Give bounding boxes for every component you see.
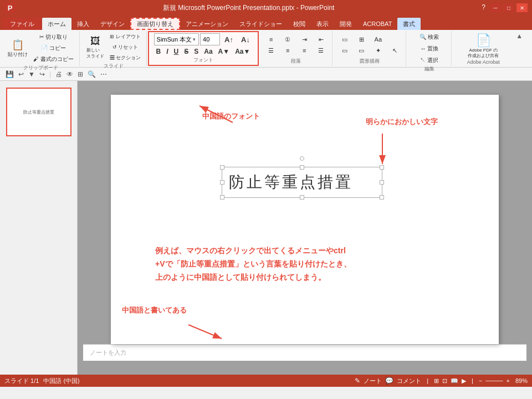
notes-status-icon[interactable]: ✎: [355, 377, 360, 385]
tab-transitions[interactable]: 画面切り替え: [130, 18, 180, 30]
quick-styles-button[interactable]: Aa: [370, 35, 386, 44]
view-button[interactable]: 👁: [65, 70, 74, 78]
tab-acrobat[interactable]: ACROBAT: [357, 18, 397, 30]
rotate-handle[interactable]: [300, 156, 304, 161]
italic-button[interactable]: I: [164, 47, 170, 57]
replace-button[interactable]: ↔ 置換: [417, 44, 441, 54]
font-name-row: SimSun 本文 ▼ 40 A↑ A↓: [154, 33, 254, 45]
zoom-slider[interactable]: ────: [485, 377, 503, 384]
tab-design[interactable]: デザイン: [95, 18, 130, 30]
notes-area[interactable]: ノートを入力: [83, 344, 526, 361]
new-slide-button[interactable]: 🖼 新しいスライド: [84, 34, 106, 60]
language-status[interactable]: 中国語 (中国): [43, 377, 79, 385]
decrease-font-button[interactable]: A↓: [238, 34, 253, 45]
tab-review[interactable]: 校閲: [288, 18, 311, 30]
undo-qa-button[interactable]: ↩: [17, 70, 25, 78]
align-left-button[interactable]: ☰: [263, 46, 279, 55]
sel-handle-tc[interactable]: [300, 165, 304, 170]
tab-developer[interactable]: 開発: [334, 18, 357, 30]
paragraph-group-content: ≡ ① ⇥ ⇤ ☰ ≡ ≡ ☰: [263, 32, 329, 58]
slides-view-button[interactable]: ⊞: [76, 70, 84, 78]
adobe-pdf-button[interactable]: 📄 Adobe PDF の作成および共有: [466, 32, 501, 59]
align-center-button[interactable]: ≡: [280, 46, 295, 55]
reset-button[interactable]: ↺ リセット: [108, 43, 144, 52]
minimize-button[interactable]: ─: [490, 3, 501, 12]
sel-handle-ml[interactable]: [220, 180, 224, 185]
notes-status-label[interactable]: ノート: [364, 377, 382, 385]
font-name-box[interactable]: SimSun 本文 ▼: [154, 33, 200, 45]
increase-font-button[interactable]: A↑: [221, 34, 237, 45]
acrobat-group: 📄 Adobe PDF の作成および共有 Adobe Acrobat: [453, 31, 514, 66]
font-name-dropdown[interactable]: ▼: [192, 37, 196, 42]
slide-canvas[interactable]: 防止等重点措置 例えば、マウスの右クリックで出てくるメニューやctrl+Vで「防…: [111, 95, 499, 344]
tab-format[interactable]: 書式: [397, 18, 421, 30]
indent-button[interactable]: ⇥: [296, 35, 312, 44]
copy-button[interactable]: 📄 コピー: [31, 43, 76, 53]
font-size-box[interactable]: 40: [200, 33, 220, 45]
tab-slideshow[interactable]: スライドショー: [234, 18, 288, 30]
tab-insert[interactable]: 挿入: [71, 18, 95, 30]
slide-thumbnail[interactable]: 防止等重点措置: [6, 88, 71, 136]
comments-status-label[interactable]: コメント: [397, 377, 421, 385]
font-color-button[interactable]: A▼: [216, 47, 232, 57]
tab-home[interactable]: ホーム: [42, 18, 71, 30]
view-slideshow-button[interactable]: ▶: [462, 377, 466, 385]
format-painter-button[interactable]: 🖌 書式のコピー: [31, 54, 76, 64]
clear-format-button[interactable]: Aa: [202, 47, 214, 57]
sel-handle-tr[interactable]: [380, 165, 384, 170]
arrange-button[interactable]: ⊞: [354, 35, 369, 44]
annotation-chinese-font: 中国語のフォント: [202, 111, 260, 121]
tab-view[interactable]: 表示: [311, 18, 334, 30]
more-tools-button[interactable]: ⋯: [99, 70, 108, 78]
underline-button[interactable]: U: [172, 47, 181, 57]
shape-outline-button[interactable]: ▭: [354, 46, 369, 55]
ribbon-expand[interactable]: ▲: [515, 31, 524, 66]
comments-status-icon[interactable]: 💬: [385, 377, 393, 385]
print-button[interactable]: 🖨: [54, 70, 63, 78]
tab-animations[interactable]: アニメーション: [180, 18, 234, 30]
app-icon: P: [4, 2, 16, 13]
bold-button[interactable]: B: [154, 47, 163, 57]
sel-handle-tl[interactable]: [220, 165, 224, 170]
select-button[interactable]: ↖: [387, 46, 402, 55]
help-btn[interactable]: ?: [479, 3, 488, 12]
shape-button[interactable]: ▭: [337, 35, 352, 44]
canvas-area: 防止等重点措置 例えば、マウスの右クリックで出てくるメニューやctrl+Vで「防…: [78, 81, 532, 375]
layout-button[interactable]: ⊞ レイアウト: [108, 32, 144, 42]
view-reading-button[interactable]: 📖: [451, 377, 458, 385]
zoom-level[interactable]: 89%: [515, 377, 528, 384]
shadow-button[interactable]: S: [192, 47, 201, 57]
slide-textbox[interactable]: 防止等重点措置: [222, 167, 382, 198]
redo-qa-button[interactable]: ↪: [38, 70, 46, 78]
select-all-button[interactable]: ↖ 選択: [417, 55, 441, 65]
sel-handle-bl[interactable]: [220, 195, 224, 200]
outdent-button[interactable]: ⇤: [313, 35, 329, 44]
restore-button[interactable]: □: [503, 3, 514, 12]
shape-effects-button[interactable]: ✦: [370, 46, 386, 55]
zoom-in-button[interactable]: +: [507, 377, 510, 384]
view-normal-button[interactable]: ⊞: [434, 377, 439, 385]
undo-dropdown-button[interactable]: ▼: [27, 70, 36, 78]
strikethrough-button[interactable]: S: [182, 47, 191, 57]
zoom-out-button[interactable]: −: [479, 377, 482, 384]
align-right-button[interactable]: ≡: [296, 46, 312, 55]
search-button[interactable]: 🔍 検索: [417, 32, 441, 42]
justify-button[interactable]: ☰: [313, 46, 329, 55]
tab-file[interactable]: ファイル: [2, 18, 42, 30]
zoom-button[interactable]: 🔍: [86, 70, 97, 78]
paste-button[interactable]: 📋 貼り付け: [6, 38, 30, 59]
numbering-button[interactable]: ①: [280, 35, 295, 44]
sel-handle-bc[interactable]: [300, 195, 304, 200]
sel-handle-mr[interactable]: [380, 180, 384, 185]
section-button[interactable]: ☰ セクション: [108, 53, 144, 63]
shape-fill-button[interactable]: ▭: [337, 46, 352, 55]
close-button[interactable]: ✕: [516, 3, 528, 12]
adobe-icon: 📄: [476, 33, 491, 48]
arrow-font: [200, 106, 233, 122]
highlight-button[interactable]: Aa▼: [233, 47, 252, 57]
bullets-button[interactable]: ≡: [263, 35, 279, 44]
sel-handle-br[interactable]: [380, 195, 384, 200]
view-slide-sorter-button[interactable]: ⊡: [442, 377, 447, 385]
cut-button[interactable]: ✂ 切り取り: [31, 32, 76, 42]
save-qa-button[interactable]: 💾: [4, 70, 15, 78]
